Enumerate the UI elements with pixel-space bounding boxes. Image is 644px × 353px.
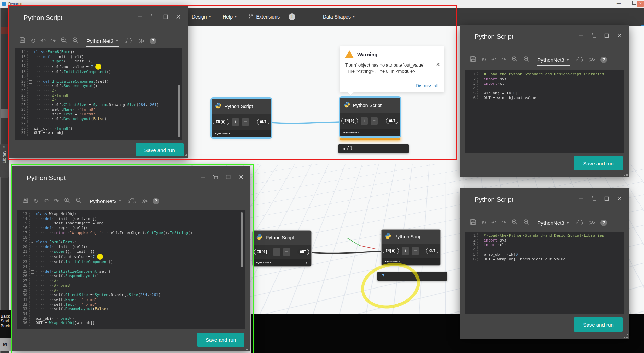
- scrollbar-thumb[interactable]: [178, 85, 180, 137]
- node-context-menu-icon[interactable]: ⋮: [434, 259, 438, 264]
- run-icon[interactable]: ↻: [34, 198, 39, 204]
- close-icon[interactable]: [176, 14, 181, 20]
- save-and-run-button[interactable]: Save and run: [136, 143, 184, 156]
- redo-icon[interactable]: ↷: [501, 219, 506, 226]
- save-icon[interactable]: [470, 56, 477, 64]
- add-input-button[interactable]: +: [361, 117, 368, 125]
- save-icon[interactable]: [470, 219, 477, 227]
- node-context-menu-icon[interactable]: ⋮: [265, 131, 269, 136]
- more-chevrons-icon[interactable]: ≫: [589, 219, 596, 226]
- close-icon[interactable]: ×: [436, 61, 440, 68]
- remove-input-button[interactable]: −: [412, 247, 419, 255]
- maximize-icon[interactable]: [225, 174, 231, 180]
- menu-item-data-shapes[interactable]: Data Shapes▾: [323, 14, 354, 20]
- add-input-button[interactable]: +: [232, 118, 239, 126]
- node-header[interactable]: Python Script: [253, 231, 311, 245]
- input-port[interactable]: IN[0]: [341, 118, 358, 124]
- node-header[interactable]: Python Script: [212, 99, 271, 114]
- input-port[interactable]: IN[0]: [383, 248, 399, 254]
- minimize-icon[interactable]: [578, 196, 584, 201]
- editor-titlebar[interactable]: Python Script: [12, 166, 250, 188]
- code-editor[interactable]: 14−class·Form8(Form):15−····def·__init__…: [15, 48, 182, 140]
- more-chevrons-icon[interactable]: ≫: [141, 198, 148, 204]
- input-port[interactable]: IN[0]: [213, 119, 229, 125]
- output-port[interactable]: OUT: [257, 119, 269, 125]
- resize-grip[interactable]: [625, 334, 628, 338]
- engine-selector[interactable]: PythonNet3▾: [537, 220, 570, 228]
- dismiss-all-link[interactable]: Dismiss all: [415, 83, 438, 89]
- migration-assistant-icon[interactable]: 23: [575, 219, 584, 227]
- node-header[interactable]: Python Script: [382, 230, 440, 244]
- resize-grip[interactable]: [246, 346, 250, 350]
- scrollbar-thumb[interactable]: [241, 212, 243, 267]
- rail-tool-icon[interactable]: [1, 27, 8, 34]
- os-close-button[interactable]: ×: [637, 1, 644, 7]
- node-context-menu-icon[interactable]: ⋮: [394, 130, 398, 135]
- zoom-out-icon[interactable]: [72, 37, 79, 45]
- remove-input-button[interactable]: −: [371, 117, 378, 125]
- menu-item-help[interactable]: Help▾: [223, 14, 236, 20]
- minimize-icon[interactable]: [138, 14, 143, 20]
- help-icon[interactable]: ?: [600, 57, 607, 63]
- save-and-run-button[interactable]: Save and run: [574, 317, 623, 332]
- add-input-button[interactable]: +: [273, 248, 280, 256]
- code-editor[interactable]: 1#·Load·the·Python·Standard·and·DesignSc…: [465, 70, 624, 153]
- undo-icon[interactable]: ↶: [491, 56, 496, 63]
- zoom-in-icon[interactable]: [63, 197, 70, 205]
- editor-titlebar[interactable]: Python Script: [460, 188, 629, 210]
- close-icon[interactable]: [617, 33, 622, 38]
- engine-selector[interactable]: PythonNet3▾: [86, 38, 119, 47]
- popout-icon[interactable]: [591, 33, 597, 38]
- minimize-icon[interactable]: [578, 33, 584, 38]
- run-icon[interactable]: ↻: [31, 37, 36, 44]
- redo-icon[interactable]: ↷: [50, 37, 56, 44]
- run-icon[interactable]: ↻: [481, 219, 487, 226]
- zoom-out-icon[interactable]: [75, 197, 82, 205]
- node-context-menu-icon[interactable]: ⋮: [305, 260, 309, 265]
- close-icon[interactable]: [617, 196, 622, 201]
- code-editor[interactable]: 1#·Load·the·Python·Standard·and·DesignSc…: [465, 232, 624, 314]
- zoom-out-icon[interactable]: [523, 219, 530, 227]
- input-port[interactable]: IN[0]: [254, 249, 270, 255]
- code-editor[interactable]: 13class·WrappNetObj:14····def·__init__(s…: [17, 210, 245, 329]
- menu-item-design[interactable]: Design▾: [192, 14, 211, 20]
- save-icon[interactable]: [19, 37, 26, 45]
- editor-titlebar[interactable]: Python Script: [9, 6, 188, 28]
- maximize-icon[interactable]: [163, 14, 168, 20]
- migration-assistant-icon[interactable]: 23: [125, 37, 133, 45]
- node-header[interactable]: Python Script: [340, 98, 400, 113]
- python-script-node[interactable]: Python ScriptIN[0]+−OUTPythonNet3⋮: [253, 231, 311, 266]
- save-and-run-button[interactable]: Save and run: [574, 156, 623, 170]
- help-icon[interactable]: ?: [600, 220, 607, 226]
- maximize-icon[interactable]: [604, 196, 609, 201]
- add-input-button[interactable]: +: [402, 247, 409, 255]
- zoom-in-icon[interactable]: [511, 219, 518, 227]
- notifications-alert-icon[interactable]: !: [289, 13, 295, 20]
- zoom-out-icon[interactable]: [523, 56, 530, 64]
- more-chevrons-icon[interactable]: ≫: [589, 56, 596, 63]
- library-tab[interactable]: » Library: [0, 144, 9, 178]
- help-icon[interactable]: ?: [153, 198, 159, 204]
- resize-grip[interactable]: [184, 154, 187, 158]
- undo-icon[interactable]: ↶: [40, 37, 46, 44]
- zoom-in-icon[interactable]: [511, 56, 518, 64]
- popout-icon[interactable]: [213, 174, 218, 180]
- more-chevrons-icon[interactable]: ≫: [138, 37, 145, 44]
- close-icon[interactable]: [238, 174, 244, 180]
- python-script-node[interactable]: Python ScriptIN[0]+−OUTPythonNet3⋮: [340, 98, 400, 136]
- help-icon[interactable]: ?: [150, 38, 156, 44]
- save-icon[interactable]: [22, 197, 29, 205]
- redo-icon[interactable]: ↷: [54, 198, 59, 204]
- zoom-in-icon[interactable]: [60, 37, 67, 45]
- migration-assistant-icon[interactable]: 23: [575, 56, 584, 64]
- remove-input-button[interactable]: −: [242, 118, 249, 126]
- os-minimize-button[interactable]: —: [615, 1, 622, 7]
- editor-titlebar[interactable]: Python Script: [460, 25, 629, 47]
- popout-icon[interactable]: [591, 196, 597, 201]
- menu-item-extensions[interactable]: Extensions: [249, 13, 279, 20]
- resize-grip[interactable]: [625, 173, 628, 176]
- output-port[interactable]: OUT: [297, 249, 309, 255]
- output-port[interactable]: OUT: [426, 248, 438, 254]
- python-script-node[interactable]: Python ScriptIN[0]+−OUTPythonNet3⋮: [382, 230, 440, 265]
- undo-icon[interactable]: ↶: [491, 219, 496, 226]
